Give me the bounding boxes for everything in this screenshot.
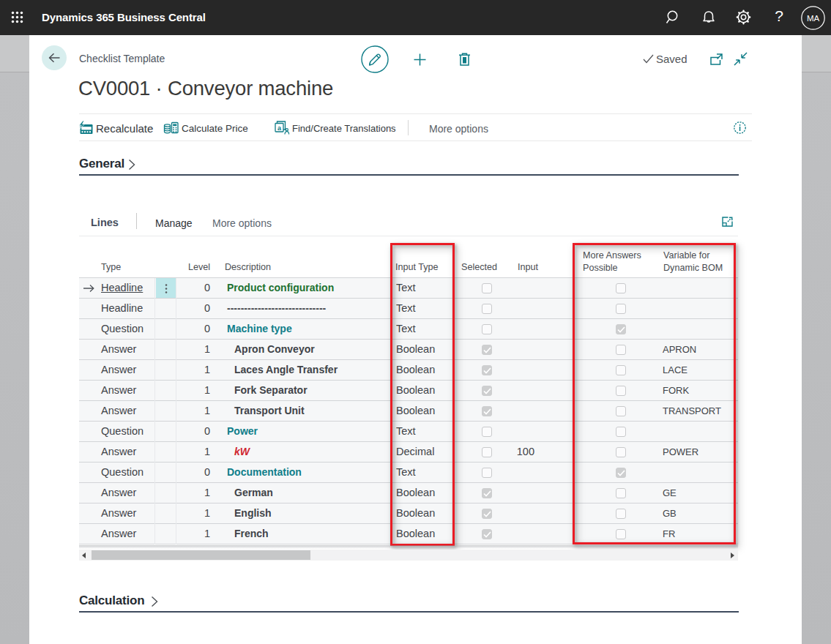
svg-text:MA: MA xyxy=(807,14,820,23)
svg-text:a: a xyxy=(277,124,282,132)
